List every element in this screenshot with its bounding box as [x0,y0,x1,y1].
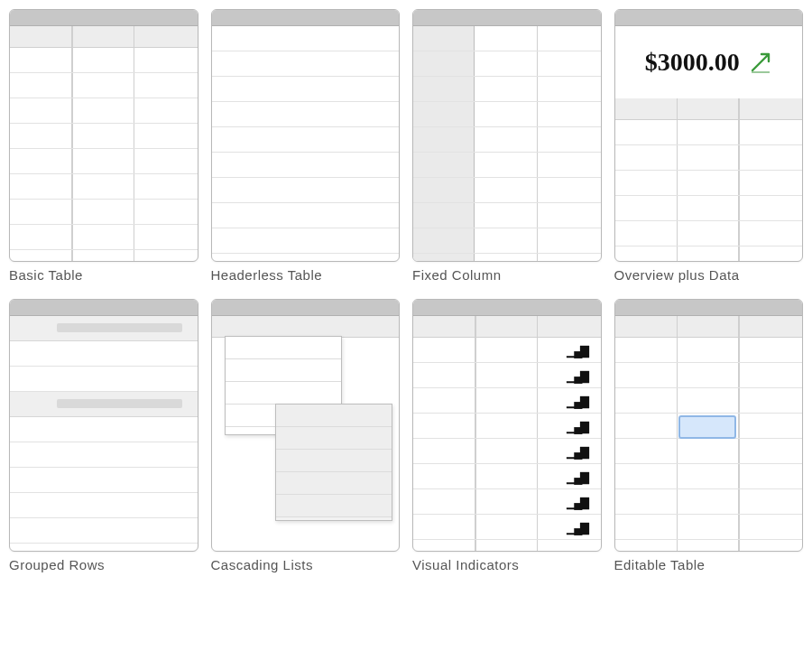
pattern-grouped-rows: Grouped Rows [9,299,198,572]
bar-chart-icon: ▁▄▇ [567,344,587,358]
list-item [276,495,392,517]
table-header [212,316,400,338]
table-row: ▁▄▇ [413,439,601,464]
fixed-column-sketch [412,9,602,262]
pattern-headerless-table: Headerless Table [211,9,401,283]
table-row [10,124,198,149]
status-bar [413,300,601,316]
bar-chart-icon: ▁▄▇ [567,420,587,433]
table-row [10,225,198,250]
table-row [10,174,198,200]
pattern-gallery: Basic Table Headerless Table [9,9,803,572]
overview-plus-data-sketch: $3000.00 [614,9,804,262]
table-row [413,127,601,153]
pattern-label: Grouped Rows [9,557,198,572]
table-row: ▁▄▇ [413,489,601,515]
table-row [10,48,198,73]
table-header [413,316,601,338]
table-row [413,26,601,51]
table-row [212,77,400,102]
list-item [276,450,392,472]
table-row [615,489,803,515]
table-row [615,196,803,221]
list-item [226,337,341,359]
list-item [276,472,392,495]
table-row: ▁▄▇ [413,363,601,388]
table-row [413,77,601,102]
status-bar [413,10,601,26]
pattern-label: Overview plus Data [614,267,804,283]
pattern-label: Fixed Column [412,267,602,283]
table-row: ▁▄▇ [413,464,601,489]
status-bar [212,300,400,316]
table-row [10,367,198,392]
table-row [413,203,601,228]
table-row [212,153,400,178]
visual-indicators-sketch: ▁▄▇ ▁▄▇ ▁▄▇ ▁▄▇ ▁▄▇ ▁▄▇ ▁▄▇ ▁▄▇ [412,299,602,552]
overview-value: $3000.00 [645,48,740,77]
table-row [10,341,198,367]
editable-table-sketch [614,299,804,552]
table-row: ▁▄▇ [413,515,601,540]
table-row [212,178,400,203]
pattern-label: Basic Table [9,267,198,283]
table-row [615,363,803,388]
pattern-label: Editable Table [614,557,804,572]
status-bar [615,300,803,316]
table-row [212,228,400,254]
pattern-basic-table: Basic Table [9,9,198,283]
status-bar [10,10,198,26]
pattern-editable-table: Editable Table [614,299,804,572]
overview-summary: $3000.00 [615,26,803,98]
bar-chart-icon: ▁▄▇ [567,521,587,535]
table-row [10,518,198,544]
pattern-label: Cascading Lists [211,557,401,572]
pattern-label: Visual Indicators [412,557,602,572]
table-row [615,171,803,196]
table-row [413,51,601,77]
table-row [413,153,601,178]
grouped-rows-sketch [9,299,198,552]
cascading-lists-sketch [211,299,401,552]
basic-table-sketch [9,9,198,262]
table-row [615,221,803,246]
table-row [615,515,803,540]
list-item [226,359,341,382]
cascade-list-secondary [275,404,392,521]
table-row [10,442,198,468]
table-row [413,178,601,203]
table-header [615,98,803,120]
table-header [615,316,803,338]
pattern-fixed-column: Fixed Column [412,9,602,283]
table-row: ▁▄▇ [413,388,601,414]
table-row: ▁▄▇ [413,414,601,439]
bar-chart-icon: ▁▄▇ [567,369,587,383]
table-row [615,388,803,414]
table-row [615,439,803,464]
table-row [10,73,198,98]
table-row [615,338,803,363]
table-row [10,493,198,518]
table-row [212,127,400,153]
bar-chart-icon: ▁▄▇ [567,470,587,484]
table-row [413,102,601,127]
table-row [10,98,198,124]
up-arrow-icon [749,51,772,74]
table-header [10,26,198,48]
list-item [276,405,392,427]
headerless-table-sketch [211,9,401,262]
bar-chart-icon: ▁▄▇ [567,445,587,459]
table-row [615,120,803,145]
table-row [413,228,601,254]
table-row [212,102,400,127]
table-row [10,200,198,225]
bar-chart-icon: ▁▄▇ [567,395,587,408]
list-item [226,382,341,405]
editable-cell-highlight[interactable] [678,415,736,439]
table-row [615,145,803,171]
status-bar [615,10,803,26]
group-header [10,316,198,341]
pattern-visual-indicators: ▁▄▇ ▁▄▇ ▁▄▇ ▁▄▇ ▁▄▇ ▁▄▇ ▁▄▇ ▁▄▇ Visual I… [412,299,602,572]
status-bar [10,300,198,316]
group-header [10,392,198,417]
